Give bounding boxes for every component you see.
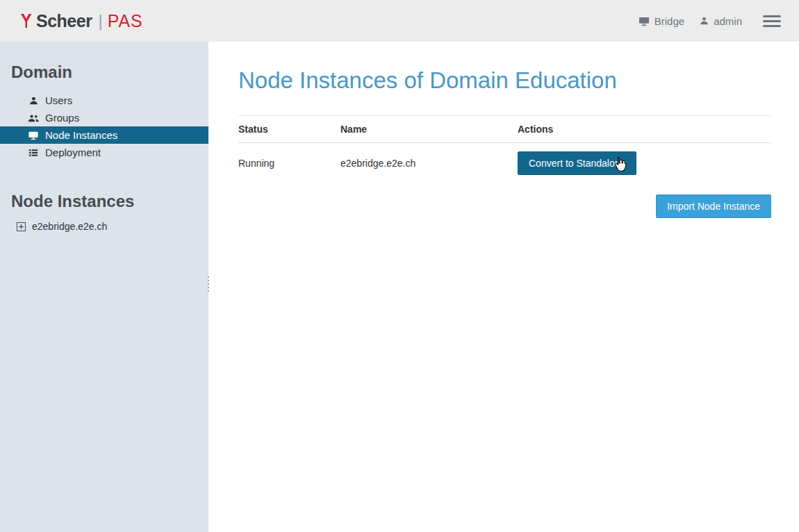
bridge-label: Bridge [654, 15, 684, 27]
sidebar: Domain Users [0, 42, 208, 532]
app-header: Scheer | PAS Bridge admin [0, 0, 799, 42]
sidebar-resize-handle[interactable] [206, 276, 211, 292]
logo-product-text: PAS [108, 11, 143, 31]
row-actions-cell: Convert to Standalone [518, 151, 771, 175]
user-icon [700, 16, 709, 26]
convert-to-standalone-button[interactable]: Convert to Standalone [518, 151, 636, 175]
node-status-value: Running [238, 158, 340, 169]
sidebar-section-node-instances-title: Node Instances [11, 192, 208, 211]
scheer-logo-icon [19, 13, 33, 28]
sidebar-item-users[interactable]: Users [0, 92, 208, 109]
node-instances-table: Status Name Actions Running e2ebridge.e2… [238, 115, 771, 183]
domain-menu: Users Groups [0, 92, 208, 161]
monitor-icon [28, 131, 39, 140]
main-content: Node Instances of Domain Education Statu… [208, 42, 799, 532]
node-name-value: e2ebridge.e2e.ch [340, 158, 518, 169]
sidebar-item-label: Deployment [45, 147, 101, 158]
username-label: admin [714, 15, 742, 27]
hamburger-menu-icon[interactable] [763, 10, 781, 33]
header-right-cluster: Bridge admin [639, 10, 781, 33]
expand-plus-icon[interactable] [17, 222, 26, 231]
sidebar-item-label: Groups [45, 112, 79, 124]
sidebar-item-label: Node Instances [45, 129, 117, 141]
page-title: Node Instances of Domain Education [238, 67, 771, 94]
user-icon [28, 96, 39, 106]
sidebar-section-domain-title: Domain [11, 63, 208, 82]
tree-item-label: e2ebridge.e2e.ch [32, 221, 107, 232]
column-header-name: Name [340, 124, 518, 135]
logo-brand-text: Scheer [36, 11, 92, 31]
sidebar-item-label: Users [45, 94, 72, 106]
monitor-icon [639, 16, 650, 26]
tree-item-node-instance[interactable]: e2ebridge.e2e.ch [0, 221, 208, 232]
sidebar-item-deployment[interactable]: Deployment [0, 144, 208, 161]
import-button-row: Import Node Instance [238, 194, 771, 218]
column-header-status: Status [238, 124, 340, 135]
column-header-actions: Actions [518, 124, 771, 135]
table-row: Running e2ebridge.e2e.ch Convert to Stan… [238, 143, 771, 183]
app-logo: Scheer | PAS [19, 11, 143, 31]
import-node-instance-button[interactable]: Import Node Instance [656, 194, 771, 218]
sidebar-item-node-instances[interactable]: Node Instances [0, 126, 208, 144]
bridge-menu[interactable]: Bridge [639, 15, 684, 27]
sidebar-item-groups[interactable]: Groups [0, 109, 208, 126]
table-header-row: Status Name Actions [238, 115, 771, 143]
users-icon [28, 113, 39, 123]
list-icon [28, 148, 39, 158]
logo-divider: | [98, 11, 102, 31]
user-menu[interactable]: admin [700, 15, 742, 27]
